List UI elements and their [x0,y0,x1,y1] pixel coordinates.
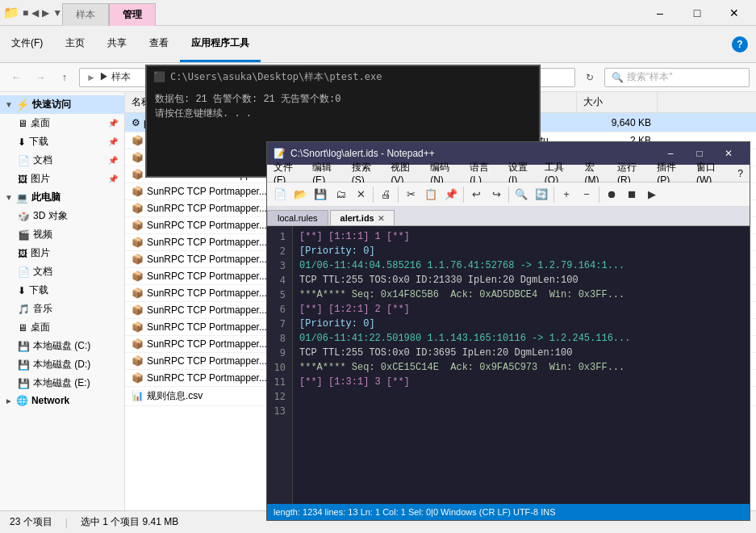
desktop-icon: 🖥 [18,118,27,129]
close-button[interactable]: ✕ [716,0,753,26]
npp-tool-macro-play[interactable]: ▶ [642,185,662,204]
file-icon: 📦 [132,254,144,265]
sidebar-item-3d[interactable]: 🎲 3D 对象 [0,207,124,225]
file-icon: 📦 [132,338,144,350]
sidebar-item-pictures2[interactable]: 🖼 图片 [0,244,124,262]
npp-icon: 📝 [274,148,286,159]
tab-sample-inactive[interactable]: 样本 [62,3,109,26]
forward-button[interactable]: → [31,68,50,87]
item-count: 23 个项目 [10,515,52,529]
network-icon: 🌐 [16,395,28,406]
sidebar-item-desktop2[interactable]: 🖥 桌面 [0,318,124,337]
npp-tool-copy[interactable]: 📋 [421,185,441,204]
code-line: [Priority: 0] [299,317,743,331]
file-icon: 📦 [132,321,144,333]
col-header-size[interactable]: 大小 [577,92,658,112]
npp-tool-new[interactable]: 📄 [270,185,290,204]
maximize-button[interactable]: □ [679,0,716,26]
tab-alert-ids[interactable]: alert.ids ✕ [330,210,395,225]
code-line: [Priority: 0] [299,244,743,258]
line-number: 6 [267,302,289,317]
file-icon: 📦 [132,152,144,163]
ribbon-tab-apptools[interactable]: 应用程序工具 [180,26,261,62]
line-numbers: 12345678910111213 [267,226,293,504]
npp-tool-zoom-in[interactable]: + [557,185,576,204]
back-button[interactable]: ← [6,68,26,87]
tab-close-icon[interactable]: ✕ [378,214,384,223]
sidebar-item-downloads1[interactable]: ⬇ 下载 📌 [0,132,124,151]
sidebar-item-network[interactable]: ► 🌐 Network [0,392,124,409]
code-line: [**] [1:3:1] 3 [**] [299,375,743,389]
npp-tool-redo[interactable]: ↪ [487,185,506,204]
file-icon: 📦 [132,304,144,316]
sidebar-item-quick-access[interactable]: ▼ ⚡ 快速访问 [0,95,124,114]
sidebar-item-pictures1[interactable]: 🖼 图片 📌 [0,170,124,188]
ribbon-tab-home[interactable]: 主页 [54,26,96,62]
sidebar-item-desktop1[interactable]: 🖥 桌面 📌 [0,114,124,132]
sidebar-item-drive-d[interactable]: 💾 本地磁盘 (D:) [0,355,124,374]
line-number: 13 [267,404,289,418]
npp-tool-zoom-out[interactable]: − [577,185,596,204]
title-bar-tabs: 样本 管理 [62,0,156,26]
code-line: 01/06-11:41:22.501980 1.1.143.165:10116 … [299,331,743,346]
npp-tool-paste[interactable]: 📌 [441,185,461,204]
pin-icon: 📌 [108,119,118,128]
ribbon-tab-share[interactable]: 共享 [96,26,138,62]
cmd-line2: 请按任意键继续. . . [155,107,531,121]
expand-icon2: ▼ [5,193,13,202]
npp-tool-save[interactable]: 💾 [311,185,330,204]
file-size: 9,640 KB [577,115,658,131]
line-number: 9 [267,346,289,360]
sidebar-item-video[interactable]: 🎬 视频 [0,225,124,244]
pin-icon3: 📌 [108,156,118,165]
code-area[interactable]: [**] [1:1:1] 1 [**][Priority: 0]01/06-11… [293,226,750,504]
search-icon: 🔍 [612,72,624,83]
npp-tool-print[interactable]: 🖨 [376,185,395,204]
sidebar-item-documents1[interactable]: 📄 文档 📌 [0,151,124,170]
expand-icon: ▼ [5,100,13,109]
file-icon: 📦 [132,287,144,299]
file-icon: 📦 [132,237,144,248]
sidebar-item-downloads2[interactable]: ⬇ 下载 [0,281,124,300]
expand-icon3: ► [5,397,13,405]
npp-tool-undo[interactable]: ↩ [466,185,486,204]
sidebar: ▼ ⚡ 快速访问 🖥 桌面 📌 ⬇ 下载 📌 📄 文档 📌 🖼 图片 📌 ▼ 💻 [0,92,125,510]
npp-tool-open[interactable]: 📂 [290,185,310,204]
sidebar-item-documents2[interactable]: 📄 文档 [0,262,124,281]
line-number: 10 [267,360,289,375]
npp-tool-macro-rec[interactable]: ⏺ [602,185,621,204]
sidebar-item-drive-c[interactable]: 💾 本地磁盘 (C:) [0,337,124,355]
ribbon-tab-view[interactable]: 查看 [138,26,180,62]
minimize-button[interactable]: – [641,0,679,26]
tab-local-rules[interactable]: local.rules [267,210,328,225]
npp-tool-replace[interactable]: 🔄 [532,185,551,204]
line-number: 8 [267,331,289,346]
file-icon: 📦 [132,372,144,384]
file-icon: 📦 [132,135,144,146]
ribbon-help[interactable]: ? [724,26,756,62]
toolbar-sep1 [373,187,374,203]
desktop-icon2: 🖥 [18,322,27,334]
npp-tool-close[interactable]: ✕ [351,185,370,204]
path-arrow: ► [86,72,96,83]
tab-manage-active[interactable]: 管理 [109,3,156,26]
npp-tool-find[interactable]: 🔍 [512,185,531,204]
code-line: 01/06-11:44:04.585216 1.1.76.41:52768 ->… [299,258,743,273]
sidebar-item-drive-e[interactable]: 💾 本地磁盘 (E:) [0,374,124,392]
file-icon: 📊 [132,390,144,401]
sidebar-item-this-pc[interactable]: ▼ 💻 此电脑 [0,188,124,207]
npp-tool-cut[interactable]: ✂ [401,185,420,204]
npp-menu-help[interactable]: ? [731,166,750,181]
npp-tool-macro-stop[interactable]: ⏹ [622,185,641,204]
help-icon[interactable]: ? [732,36,748,52]
ribbon-tab-file[interactable]: 文件(F) [0,26,54,62]
npp-tool-saveall[interactable]: 🗂 [331,185,350,204]
refresh-button[interactable]: ↻ [580,68,599,87]
npp-tabs: local.rules alert.ids ✕ [267,207,750,226]
code-line: TCP TTL:255 TOS:0x0 ID:3695 IpLen:20 Dgm… [299,346,743,360]
search-box[interactable]: 🔍 搜索"样本" [604,68,750,87]
line-number: 2 [267,244,289,258]
sidebar-item-music[interactable]: 🎵 音乐 [0,300,124,318]
music-icon: 🎵 [18,304,30,315]
up-button[interactable]: ↑ [55,68,74,87]
